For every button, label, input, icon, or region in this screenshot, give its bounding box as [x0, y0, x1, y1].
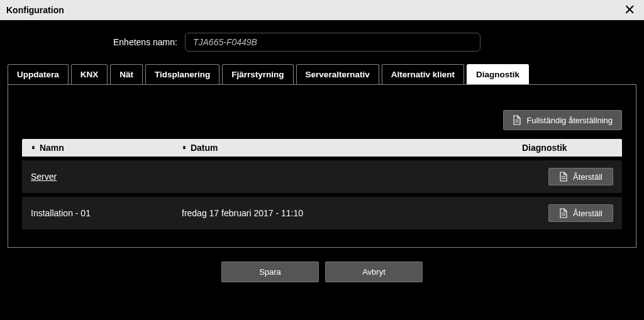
full-reset-button[interactable]: Fullständig återställning: [503, 110, 622, 130]
reset-label: Återställ: [573, 172, 602, 182]
tab-knx[interactable]: KNX: [71, 64, 108, 84]
device-name-input[interactable]: [185, 33, 480, 52]
reset-button[interactable]: Återställ: [548, 168, 613, 185]
diagnostik-panel: Fullständig återställning ▲▼ Namn ▲▼ Dat…: [8, 84, 636, 248]
col-header-name-label: Namn: [40, 143, 64, 153]
col-header-diag-label: Diagnostik: [522, 143, 567, 153]
tab-serveralternativ[interactable]: Serveralternativ: [296, 64, 379, 84]
row-name: Installation - 01: [31, 208, 91, 218]
reset-button[interactable]: Återställ: [548, 204, 613, 222]
close-icon[interactable]: ✕: [621, 3, 638, 17]
row-name-link[interactable]: Server: [31, 172, 57, 182]
window-title: Konfiguration: [6, 5, 64, 15]
tab-diagnostik[interactable]: Diagnostik: [467, 64, 529, 84]
panel-top: Fullständig återställning: [22, 85, 622, 139]
save-label: Spara: [259, 267, 281, 277]
table-row: Server Återställ: [22, 160, 622, 193]
full-reset-label: Fullständig återställning: [526, 116, 613, 125]
table-row: Installation - 01 fredag 17 februari 201…: [22, 197, 622, 229]
cancel-button[interactable]: Avbryt: [325, 262, 423, 282]
document-icon: [559, 172, 568, 182]
table-header: ▲▼ Namn ▲▼ Datum Diagnostik: [22, 139, 622, 157]
document-icon: [513, 115, 521, 125]
device-name-label: Enhetens namn:: [113, 37, 177, 47]
save-button[interactable]: Spara: [221, 262, 319, 282]
tab-fjarrstyrning[interactable]: Fjärrstyrning: [222, 64, 293, 84]
col-header-date[interactable]: ▲▼ Datum: [182, 143, 522, 153]
titlebar: Konfiguration ✕: [0, 0, 644, 20]
row-date: fredag 17 februari 2017 - 11:10: [182, 208, 303, 218]
col-header-date-label: Datum: [191, 143, 218, 153]
tab-nat[interactable]: Nät: [110, 64, 143, 84]
tab-uppdatera[interactable]: Uppdatera: [8, 64, 69, 84]
tab-tidsplanering[interactable]: Tidsplanering: [145, 64, 219, 84]
reset-label: Återställ: [573, 209, 602, 218]
document-icon: [559, 208, 568, 218]
col-header-name[interactable]: ▲▼ Namn: [31, 143, 182, 153]
device-name-row: Enhetens namn:: [0, 20, 644, 64]
cancel-label: Avbryt: [362, 267, 386, 277]
col-header-diag: Diagnostik: [522, 143, 613, 153]
tabs: Uppdatera KNX Nät Tidsplanering Fjärrsty…: [0, 64, 644, 84]
tab-alternativ-klient[interactable]: Alternativ klient: [382, 64, 464, 84]
footer-buttons: Spara Avbryt: [0, 248, 644, 296]
